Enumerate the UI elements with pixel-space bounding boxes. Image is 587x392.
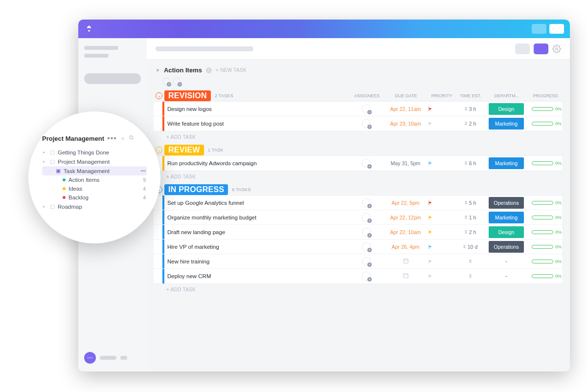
task-row[interactable]: Hire VP of marketing Apr 26, 4pm ⧗10 d O… [154, 240, 563, 254]
topbar-button-2[interactable] [549, 24, 564, 34]
task-name[interactable]: Draft new landing page [164, 226, 349, 239]
progress-cell[interactable]: 0% [527, 121, 563, 126]
assignee-add-icon[interactable] [362, 242, 371, 251]
assignee-add-icon[interactable] [362, 159, 371, 168]
group-status-label[interactable]: REVIEW [164, 145, 204, 155]
department-tag[interactable]: Design [489, 226, 524, 238]
task-name[interactable]: Write feature blog post [164, 117, 349, 130]
sidebar-search[interactable] [84, 73, 141, 84]
due-date[interactable]: Apr 22, 10am [384, 229, 428, 235]
time-estimate[interactable]: ⧗2 h [455, 229, 485, 235]
progress-cell[interactable]: 0% [527, 161, 563, 166]
add-task-button[interactable]: + ADD TASK [154, 131, 563, 141]
add-task-button[interactable]: + ADD TASK [154, 171, 563, 180]
department-empty[interactable]: - [505, 273, 507, 280]
time-estimate[interactable]: ⧗6 h [455, 160, 485, 166]
caret-icon[interactable]: ▸ [43, 204, 47, 209]
collapse-caret-icon[interactable]: ▼ [156, 68, 160, 73]
assignee-add-icon[interactable] [362, 213, 371, 222]
assignee-add-icon[interactable] [362, 198, 371, 207]
task-row[interactable]: Run productivity Adwords campaign May 31… [154, 156, 563, 171]
task-row[interactable]: Organize monthly marketing budget Apr 22… [154, 210, 563, 225]
time-estimate-empty[interactable]: ⧗ [455, 259, 485, 264]
progress-cell[interactable]: 0% [527, 215, 563, 220]
department-tag[interactable]: Operations [489, 241, 524, 253]
task-row[interactable]: Design new logos Apr 22, 11am ⧗3 h Desig… [154, 102, 563, 116]
task-row[interactable]: New hire training ⧗ - 0% [154, 254, 563, 269]
task-name[interactable]: Organize monthly marketing budget [164, 211, 349, 224]
priority-flag-icon[interactable] [428, 106, 455, 112]
time-estimate[interactable]: ⧗1 h [455, 215, 485, 220]
assignee-add-icon[interactable] [362, 228, 371, 237]
assignee-add-icon[interactable] [362, 272, 371, 281]
priority-flag-icon[interactable] [428, 121, 455, 127]
priority-flag-icon[interactable] [428, 259, 455, 264]
time-estimate[interactable]: ⧗5 h [455, 200, 485, 206]
search-icon[interactable] [129, 135, 134, 142]
progress-cell[interactable]: 0% [527, 230, 563, 235]
group-collapse-icon[interactable]: ⌄ [156, 147, 162, 153]
department-empty[interactable]: - [505, 258, 507, 265]
task-name[interactable]: Run productivity Adwords campaign [164, 157, 349, 170]
caret-icon[interactable]: – [49, 169, 53, 173]
task-row[interactable]: Write feature blog post Apr 23, 10am ⧗2 … [154, 116, 563, 131]
assignee-add-icon[interactable] [362, 119, 371, 128]
group-status-label[interactable]: IN PROGRESS [164, 184, 228, 195]
task-name[interactable]: Set up Google Analytics funnel [164, 196, 349, 209]
due-date-empty[interactable] [384, 272, 428, 280]
tree-item[interactable]: Backlog4 [42, 193, 147, 202]
priority-flag-icon[interactable] [428, 215, 455, 220]
due-date[interactable]: May 31, 5pm [384, 160, 428, 166]
task-name[interactable]: Deploy new CRM [164, 270, 349, 283]
task-row[interactable]: Draft new landing page Apr 22, 10am ⧗2 h… [154, 225, 563, 240]
add-tag-icon[interactable] [162, 78, 170, 86]
due-date[interactable]: Apr 22, 12pm [384, 215, 428, 220]
assignee-add-icon[interactable] [362, 105, 371, 113]
department-tag[interactable]: Marketing [489, 212, 524, 223]
due-date[interactable]: Apr 22, 5pm [384, 200, 428, 206]
tree-item[interactable]: Ideas4 [42, 184, 147, 193]
progress-cell[interactable]: 0% [527, 274, 563, 279]
progress-cell[interactable]: 0% [527, 259, 563, 264]
caret-icon[interactable]: ▸ [43, 150, 47, 154]
task-name[interactable]: New hire training [164, 255, 349, 268]
view-toggle-2[interactable] [534, 44, 548, 54]
task-row[interactable]: Set up Google Analytics funnel Apr 22, 5… [154, 196, 563, 210]
task-name[interactable]: Hire VP of marketing [164, 240, 349, 253]
add-assignee-icon[interactable] [173, 78, 181, 86]
tree-item[interactable]: –▣Task Management••• [42, 166, 147, 175]
task-row[interactable]: Deploy new CRM ⧗ - 0% [154, 269, 563, 283]
due-date[interactable]: Apr 26, 4pm [384, 244, 428, 250]
plus-icon[interactable]: ＋ [120, 134, 126, 143]
priority-flag-icon[interactable] [428, 244, 455, 250]
tree-item[interactable]: ▸▢Roadmap [42, 202, 147, 211]
topbar-button-1[interactable] [532, 24, 546, 34]
more-icon[interactable]: ••• [107, 134, 117, 143]
department-tag[interactable]: Marketing [489, 118, 524, 130]
progress-cell[interactable]: 0% [527, 244, 563, 249]
tree-item[interactable]: ▸▢Project Management [42, 157, 147, 166]
time-estimate-empty[interactable]: ⧗ [455, 273, 485, 279]
group-collapse-icon[interactable]: ⌄ [156, 92, 162, 99]
due-date[interactable]: Apr 22, 11am [384, 106, 428, 112]
caret-icon[interactable]: ▸ [43, 159, 47, 164]
task-name[interactable]: Design new logos [164, 103, 349, 115]
assignee-add-icon[interactable] [362, 257, 371, 266]
priority-flag-icon[interactable] [428, 229, 455, 235]
time-estimate[interactable]: ⧗10 d [455, 244, 485, 250]
priority-flag-icon[interactable] [428, 200, 455, 206]
time-estimate[interactable]: ⧗2 h [455, 121, 485, 127]
department-tag[interactable]: Operations [489, 197, 524, 209]
group-status-label[interactable]: REVISION [164, 90, 211, 101]
info-icon[interactable]: i [206, 67, 212, 73]
chat-icon[interactable]: ⋯ [84, 352, 96, 364]
due-date-empty[interactable] [384, 258, 428, 265]
tree-item[interactable]: Action Items9 [42, 175, 147, 184]
department-tag[interactable]: Marketing [489, 157, 524, 169]
add-task-button[interactable]: + ADD TASK [154, 284, 563, 293]
new-task-button[interactable]: + NEW TASK [216, 67, 247, 73]
progress-cell[interactable]: 0% [527, 107, 563, 111]
time-estimate[interactable]: ⧗3 h [455, 106, 485, 112]
gear-icon[interactable] [552, 44, 561, 53]
tree-item[interactable]: ▸▢Getting Things Done [42, 148, 147, 157]
